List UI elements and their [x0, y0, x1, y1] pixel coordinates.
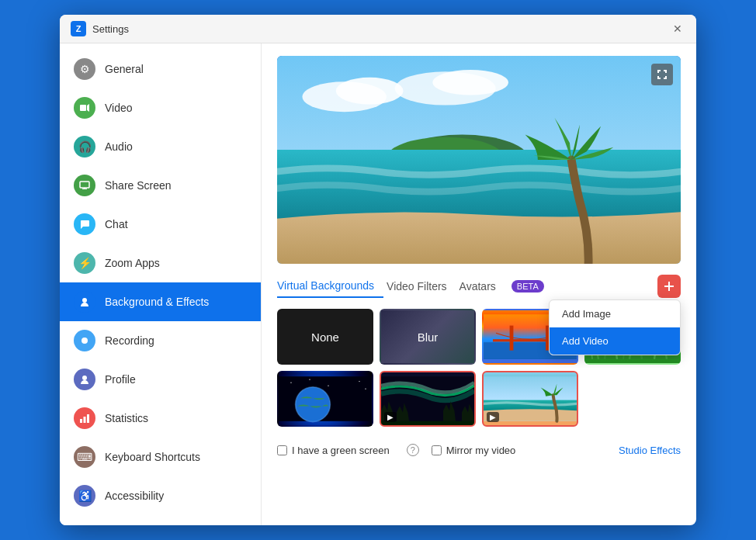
- general-icon: ⚙: [74, 58, 95, 80]
- bg-none-label: None: [311, 331, 339, 344]
- sidebar-item-profile[interactable]: Profile: [60, 360, 261, 399]
- sidebar-label-general: General: [105, 63, 144, 75]
- sidebar-item-statistics[interactable]: Statistics: [60, 399, 261, 438]
- main-panel: Virtual Backgrounds Video Filters Avatar…: [262, 43, 696, 525]
- background-icon: [74, 291, 95, 313]
- audio-icon: 🎧: [74, 136, 95, 158]
- bg-earth[interactable]: [277, 371, 373, 427]
- title-bar: Z Settings ✕: [60, 15, 696, 43]
- mirror-video-checkbox[interactable]: [432, 445, 442, 455]
- sidebar-label-keyboard: Keyboard Shortcuts: [105, 451, 200, 463]
- sidebar-item-video[interactable]: Video: [60, 88, 261, 127]
- svg-rect-10: [87, 414, 89, 423]
- add-video-option[interactable]: Add Video: [550, 327, 680, 355]
- tab-video-filters[interactable]: Video Filters: [387, 275, 456, 297]
- sidebar-label-profile: Profile: [105, 373, 136, 386]
- green-screen-checkbox[interactable]: [277, 445, 287, 455]
- sidebar-item-zoomapps[interactable]: ⚡ Zoom Apps: [60, 244, 261, 282]
- sidebar-item-recording[interactable]: Recording: [60, 321, 261, 360]
- bg-beach2[interactable]: ▶: [482, 371, 578, 427]
- svg-point-5: [82, 298, 87, 303]
- sidebar-label-recording: Recording: [105, 334, 154, 347]
- zoomapps-icon: ⚡: [74, 252, 95, 274]
- svg-point-39: [309, 379, 310, 380]
- video-badge-aurora: ▶: [384, 412, 397, 422]
- svg-rect-20: [664, 286, 674, 287]
- sidebar-label-zoomapps: Zoom Apps: [105, 257, 160, 269]
- svg-point-38: [290, 382, 291, 383]
- video-preview: [277, 56, 681, 264]
- svg-point-40: [328, 386, 328, 386]
- accessibility-icon: ♿: [74, 485, 95, 507]
- sidebar-item-general[interactable]: ⚙ General: [60, 50, 261, 88]
- svg-rect-3: [82, 189, 87, 189]
- sidebar: ⚙ General Video 🎧 Audio Share Screen: [60, 43, 262, 525]
- add-background-button[interactable]: [657, 275, 681, 298]
- add-image-option[interactable]: Add Image: [550, 300, 680, 327]
- sidebar-label-accessibility: Accessibility: [105, 490, 164, 502]
- svg-point-42: [365, 389, 366, 389]
- svg-marker-1: [87, 104, 89, 112]
- sidebar-item-chat[interactable]: Chat: [60, 205, 261, 244]
- sidebar-label-sharescreen: Share Screen: [105, 179, 172, 192]
- sidebar-label-background: Background & Effects: [105, 296, 209, 308]
- sharescreen-icon: [74, 175, 95, 196]
- sidebar-item-accessibility[interactable]: ♿ Accessibility: [60, 476, 261, 515]
- bg-blur-label: Blur: [418, 331, 439, 344]
- sidebar-label-chat: Chat: [105, 218, 128, 230]
- video-badge-beach2: ▶: [487, 412, 499, 422]
- expand-preview-button[interactable]: [651, 64, 673, 85]
- tabs-row: Virtual Backgrounds Video Filters Avatar…: [277, 275, 681, 298]
- sidebar-item-keyboard[interactable]: ⌨ Keyboard Shortcuts: [60, 438, 261, 476]
- profile-icon: [74, 369, 95, 390]
- svg-point-15: [432, 70, 508, 95]
- bg-none[interactable]: None: [277, 309, 373, 365]
- svg-rect-8: [80, 419, 82, 423]
- app-logo: Z: [71, 21, 86, 36]
- window-title: Settings: [92, 23, 670, 35]
- sidebar-item-audio[interactable]: 🎧 Audio: [60, 127, 261, 166]
- tab-avatars[interactable]: Avatars: [459, 275, 505, 297]
- sidebar-item-background[interactable]: Background & Effects: [60, 282, 261, 321]
- content-area: ⚙ General Video 🎧 Audio Share Screen: [60, 43, 696, 525]
- help-icon[interactable]: ?: [407, 444, 419, 456]
- sidebar-item-sharescreen[interactable]: Share Screen: [60, 166, 261, 205]
- bg-blur[interactable]: Blur: [380, 309, 476, 365]
- tab-virtual-backgrounds[interactable]: Virtual Backgrounds: [277, 275, 383, 298]
- svg-point-7: [82, 376, 87, 380]
- sidebar-label-audio: Audio: [105, 140, 133, 153]
- mirror-video-label[interactable]: Mirror my video: [432, 445, 516, 456]
- beta-badge: BETA: [512, 280, 544, 292]
- preview-image: [277, 56, 681, 264]
- add-dropdown-menu: Add Image Add Video: [549, 299, 681, 355]
- footer-row: I have a green screen ? Mirror my video …: [277, 438, 681, 462]
- svg-point-13: [336, 78, 404, 105]
- sidebar-label-video: Video: [105, 102, 133, 114]
- recording-icon: [74, 330, 95, 351]
- add-button-wrapper: Add Image Add Video: [657, 275, 681, 298]
- svg-rect-9: [84, 417, 86, 423]
- studio-effects-link[interactable]: Studio Effects: [619, 445, 681, 456]
- svg-rect-0: [80, 105, 86, 111]
- statistics-icon: [74, 407, 95, 429]
- keyboard-icon: ⌨: [74, 446, 95, 468]
- svg-rect-2: [80, 182, 89, 188]
- earth-svg: [279, 372, 372, 425]
- bg-aurora[interactable]: ▶: [380, 371, 476, 427]
- close-button[interactable]: ✕: [670, 21, 685, 36]
- svg-point-6: [81, 338, 88, 344]
- video-icon: [74, 97, 95, 119]
- settings-window: Z Settings ✕ ⚙ General Video 🎧 Audio: [60, 15, 696, 525]
- green-screen-label[interactable]: I have a green screen: [277, 445, 390, 456]
- chat-icon: [74, 213, 95, 235]
- sidebar-label-statistics: Statistics: [105, 412, 148, 424]
- svg-point-41: [359, 381, 359, 382]
